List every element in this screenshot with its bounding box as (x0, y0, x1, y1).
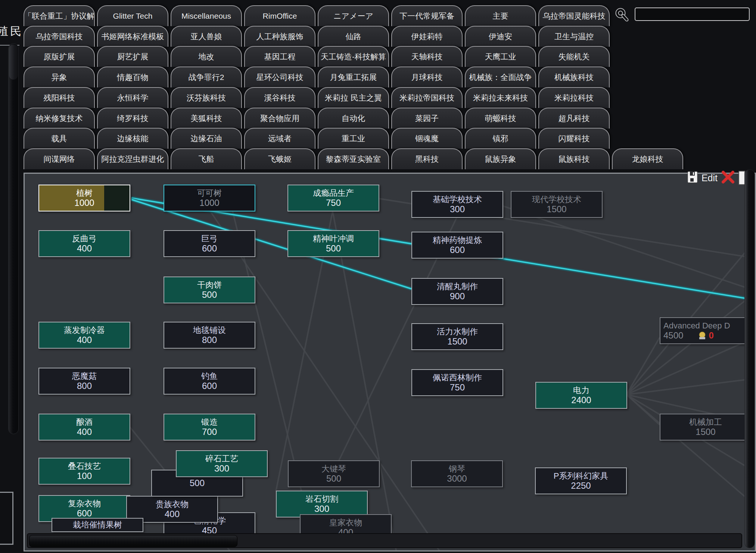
research-node[interactable]: 干肉饼500 (164, 276, 255, 303)
research-node[interactable]: 成瘾品生产750 (287, 185, 379, 211)
mod-tab[interactable]: 人工种族服饰 (244, 26, 315, 47)
mod-tab[interactable]: 飞蛾姬 (244, 148, 315, 169)
mod-tab[interactable]: 鼠族科技 (538, 148, 610, 169)
research-node[interactable]: 大键琴500 (288, 460, 380, 487)
search-input[interactable] (635, 7, 750, 21)
mod-tab[interactable]: 萌螈科技 (465, 108, 536, 129)
mod-tab[interactable]: 战争罪行2 (171, 67, 242, 87)
mod-tab[interactable]: 天鹰工业 (465, 46, 536, 67)
mod-tab[interactable]: 「联合重工」协议解 (24, 5, 95, 26)
research-node[interactable]: 地毯铺设800 (164, 322, 255, 349)
mod-tab[interactable]: 远域者 (244, 128, 315, 149)
edit-button[interactable]: Edit (701, 173, 718, 183)
mod-tab[interactable]: 菜园子 (391, 108, 463, 129)
mod-tab[interactable]: 重工业 (318, 128, 389, 149)
mod-tab[interactable]: 月球科技 (391, 67, 463, 87)
research-node[interactable]: 酿酒400 (38, 414, 130, 441)
mod-tab[interactable]: 米莉拉帝国科技 (391, 87, 463, 108)
mod-tab[interactable]: 绮罗科技 (97, 108, 168, 129)
mod-tab[interactable]: 乌拉帝国科技 (24, 26, 95, 47)
mod-tab[interactable]: 天工铸造-科技解算 (318, 46, 389, 67)
mod-tab[interactable]: 主要 (465, 5, 536, 26)
save-icon[interactable] (687, 171, 698, 185)
research-node[interactable]: 恶魔菇800 (38, 368, 130, 395)
mod-tab[interactable]: 米莉拉科技 (538, 87, 610, 108)
research-node[interactable]: P系列科幻家具2250 (535, 467, 627, 494)
mod-tab[interactable]: 残阳科技 (24, 87, 95, 108)
tree-horizontal-scrollbar[interactable] (27, 533, 742, 548)
tree-vertical-scrollbar[interactable] (744, 169, 755, 548)
mod-tab[interactable]: RimOffice (244, 5, 315, 26)
mod-tab[interactable]: 仙路 (318, 26, 389, 47)
research-node[interactable]: 反曲弓400 (38, 230, 130, 257)
mod-tab[interactable]: 黎森蒂亚实验室 (318, 148, 389, 169)
research-node[interactable]: 钢琴3000 (411, 460, 503, 487)
mod-tab[interactable]: 地改 (171, 46, 242, 67)
mod-tab[interactable]: 伊迪安 (465, 26, 536, 47)
mod-tab[interactable]: 原版扩展 (24, 46, 95, 67)
research-node[interactable]: 锻造700 (164, 414, 255, 441)
research-node[interactable]: 精神药物提炼600 (411, 232, 503, 259)
mod-tab[interactable]: 自动化 (318, 108, 389, 129)
mod-tab[interactable]: 溪谷科技 (244, 87, 315, 108)
mod-tab[interactable]: 边缘石油 (171, 128, 242, 149)
mod-tab[interactable]: 载具 (24, 128, 95, 149)
research-node[interactable]: 蒸发制冷器400 (38, 322, 130, 349)
mod-tab[interactable]: 黑科技 (391, 148, 463, 169)
mod-tab[interactable]: 超凡科技 (538, 108, 610, 129)
mod-tab[interactable]: 亚人兽娘 (171, 26, 242, 47)
research-node[interactable]: 巨弓600 (164, 230, 255, 257)
mod-tab[interactable]: 闪耀科技 (538, 128, 610, 149)
mod-tab[interactable]: 基因工程 (244, 46, 315, 67)
mod-tab[interactable]: 星环公司科技 (244, 67, 315, 87)
research-node[interactable]: 精神叶冲调500 (287, 230, 379, 257)
mod-tab[interactable]: 伊娃莉特 (391, 26, 463, 47)
research-node[interactable]: 清醒丸制作900 (411, 278, 503, 305)
research-node[interactable]: 岩石切割300 (276, 491, 368, 518)
research-node[interactable]: 可可树1000 (164, 185, 255, 211)
mod-tab[interactable]: ニアメーア (318, 5, 389, 26)
mod-tab[interactable]: 阿拉克涅虫群进化 (97, 148, 168, 169)
mod-tab[interactable]: 聚合物应用 (244, 108, 315, 129)
mod-tab[interactable]: 机械族：全面战争 (465, 67, 536, 87)
mod-tab[interactable]: 锢魂魔 (391, 128, 463, 149)
mod-tab[interactable]: 乌拉帝国灵能科技 (538, 5, 610, 26)
mod-tab[interactable]: 米莉拉未来科技 (465, 87, 536, 108)
mod-tab[interactable]: 异象 (24, 67, 95, 87)
mod-tab[interactable]: 情趣百物 (97, 67, 168, 87)
mod-tab[interactable]: 机械族科技 (538, 67, 610, 87)
mod-tab[interactable]: 永恒科学 (97, 87, 168, 108)
mod-tab[interactable]: 下一代常规军备 (391, 5, 463, 26)
sidebar-tab-colony[interactable]: 殖民 (0, 24, 23, 39)
close-x-icon[interactable] (721, 171, 735, 185)
research-node[interactable]: 电力2400 (535, 382, 627, 409)
research-node[interactable]: 佩诺西林制作750 (411, 369, 503, 396)
mod-tab[interactable]: Miscellaneous (171, 5, 242, 26)
mod-tab[interactable]: 美狐科技 (171, 108, 242, 129)
research-node[interactable]: 钓鱼600 (164, 368, 255, 395)
mod-tab[interactable]: Glitter Tech (97, 5, 168, 26)
mod-tab[interactable]: 天轴科技 (391, 46, 463, 67)
mod-tab[interactable]: 镇邪 (465, 128, 536, 149)
mod-tab[interactable]: 飞船 (171, 148, 242, 169)
research-node[interactable]: 栽培催情果树 (52, 518, 143, 532)
research-node[interactable]: 机械加工1500 (660, 414, 752, 441)
mod-tab[interactable]: 鼠族异象 (465, 148, 536, 169)
research-node[interactable]: 活力水制作1500 (411, 323, 503, 350)
tree-hscrollbar-thumb[interactable] (29, 535, 237, 547)
mod-tab[interactable]: 米莉拉 民主之翼 (318, 87, 389, 108)
left-scrollbar-thumb[interactable] (9, 44, 18, 80)
research-node[interactable]: 碎石工艺300 (176, 450, 268, 477)
mod-tab[interactable]: 失能机关 (538, 46, 610, 67)
mod-tab[interactable]: 卫生与温控 (538, 26, 610, 47)
mod-tab[interactable]: 纳米修复技术 (24, 108, 95, 129)
mod-tab[interactable]: 边缘核能 (97, 128, 168, 149)
mod-tab[interactable]: 厨艺扩展 (97, 46, 168, 67)
mod-tab[interactable]: 月兔重工拓展 (318, 67, 389, 87)
research-node[interactable]: 现代学校技术1500 (511, 191, 603, 218)
research-node[interactable]: 叠石技艺100 (38, 458, 130, 485)
research-node[interactable]: 基础学校技术300 (411, 191, 503, 218)
mod-tab[interactable]: 书姬网络标准模板 (97, 26, 168, 47)
research-node[interactable]: 植树1000 (38, 185, 130, 211)
research-node[interactable]: Advanced Deep D45000 (660, 317, 752, 344)
